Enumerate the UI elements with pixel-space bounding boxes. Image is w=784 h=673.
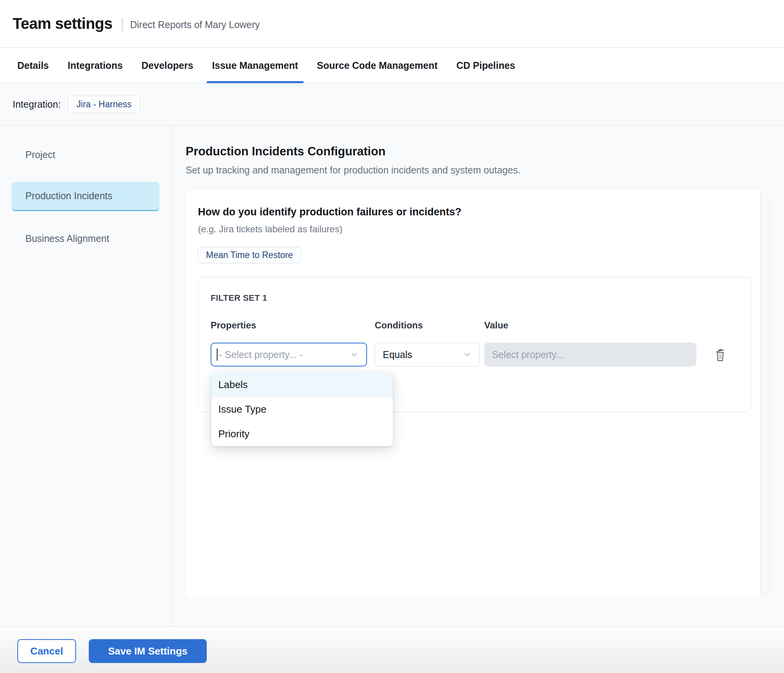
page-header: Team settings Direct Reports of Mary Low…: [0, 0, 784, 47]
value-column-header: Value: [484, 320, 696, 331]
chevron-down-icon: [462, 350, 472, 360]
properties-column-header: Properties: [211, 320, 367, 331]
title-divider: [122, 18, 123, 32]
card-scrollbar[interactable]: [760, 190, 771, 597]
tab-integrations[interactable]: Integrations: [68, 48, 123, 83]
filter-row: Properties - Select property... - Condit…: [211, 320, 751, 366]
properties-column: Properties - Select property... -: [211, 320, 367, 366]
question-heading: How do you identify production failures …: [198, 206, 751, 218]
tab-details[interactable]: Details: [17, 48, 49, 83]
page-subtitle: Direct Reports of Mary Lowery: [130, 19, 260, 30]
value-column: Value: [484, 320, 696, 366]
tab-bar: Details Integrations Developers Issue Ma…: [0, 47, 784, 83]
main-panel: Production Incidents Configuration Set u…: [172, 126, 784, 626]
condition-select-value: Equals: [383, 349, 462, 360]
property-select[interactable]: - Select property... -: [211, 343, 367, 366]
delete-filter-button[interactable]: [713, 346, 727, 364]
trash-icon: [713, 346, 727, 364]
content-area: Project Production Incidents Business Al…: [0, 126, 784, 626]
property-select-placeholder: - Select property... -: [219, 349, 349, 360]
conditions-column: Conditions Equals: [375, 320, 480, 366]
tab-cd-pipelines[interactable]: CD Pipelines: [457, 48, 515, 83]
section-subtitle: Set up tracking and management for produ…: [186, 165, 771, 176]
section-title: Production Incidents Configuration: [186, 145, 771, 158]
dropdown-option-issue-type[interactable]: Issue Type: [211, 397, 393, 421]
conditions-column-header: Conditions: [375, 320, 480, 331]
dropdown-option-priority[interactable]: Priority: [211, 421, 393, 446]
text-cursor: [217, 348, 218, 361]
metric-tab-mean-time-to-restore[interactable]: Mean Time to Restore: [198, 247, 301, 263]
sidebar-item-production-incidents[interactable]: Production Incidents: [12, 182, 159, 211]
condition-select[interactable]: Equals: [375, 343, 480, 366]
tab-developers[interactable]: Developers: [141, 48, 193, 83]
team-settings-page: Team settings Direct Reports of Mary Low…: [0, 0, 784, 673]
incidents-config-card: How do you identify production failures …: [186, 190, 771, 597]
page-title: Team settings: [13, 15, 113, 32]
sidebar-item-project[interactable]: Project: [12, 140, 159, 169]
question-hint: (e.g. Jira tickets labeled as failures): [198, 224, 751, 235]
integration-row: Integration: Jira - Harness: [0, 83, 784, 126]
cancel-button[interactable]: Cancel: [17, 639, 76, 663]
sidebar-item-business-alignment[interactable]: Business Alignment: [12, 224, 159, 253]
value-input[interactable]: [484, 343, 696, 366]
chevron-down-icon: [349, 350, 359, 360]
footer-actions: Cancel Save IM Settings: [0, 626, 784, 673]
dropdown-option-labels[interactable]: Labels: [211, 372, 393, 397]
settings-sidebar: Project Production Incidents Business Al…: [0, 126, 172, 626]
integration-chip[interactable]: Jira - Harness: [68, 96, 140, 113]
filter-set-title: FILTER SET 1: [211, 293, 751, 303]
save-button[interactable]: Save IM Settings: [89, 639, 207, 663]
property-dropdown-menu: Labels Issue Type Priority: [211, 372, 393, 446]
tab-issue-management[interactable]: Issue Management: [212, 48, 298, 83]
tab-source-code-management[interactable]: Source Code Management: [317, 48, 438, 83]
integration-label: Integration:: [13, 99, 61, 110]
